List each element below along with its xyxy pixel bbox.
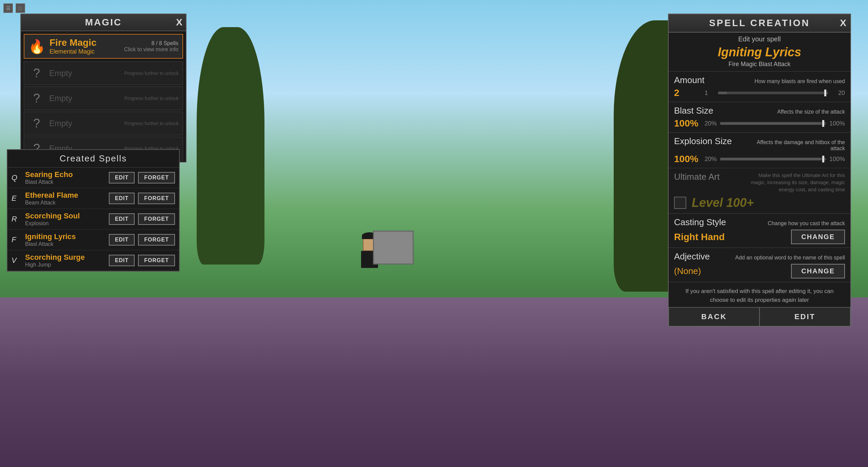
slot-3-name: Empty bbox=[49, 119, 120, 128]
ultimate-art-section: Ultimate Art Make this spell the Ultimat… bbox=[669, 168, 850, 213]
spell-info-q: Searing Echo Blast Attack bbox=[25, 170, 105, 185]
spell-key-e: E bbox=[12, 194, 22, 203]
ultimate-art-level: Level 100+ bbox=[692, 196, 754, 210]
edit-spell-r-button[interactable]: EDIT bbox=[109, 213, 135, 225]
spell-type-v: High Jump bbox=[25, 262, 105, 268]
explosion-size-slider-fill bbox=[720, 158, 821, 160]
stat-blast-size-max: 100% bbox=[829, 120, 845, 127]
stat-blast-size-value: 100% bbox=[674, 118, 701, 129]
stat-amount-header: Amount How many blasts are fired when us… bbox=[674, 75, 845, 85]
amount-slider-fill bbox=[718, 92, 727, 94]
stat-blast-size-min: 20% bbox=[705, 120, 717, 127]
casting-style-section: Casting Style Change how you cast the at… bbox=[669, 213, 850, 248]
stat-explosion-size-header: Explosion Size Affects the damage and hi… bbox=[674, 136, 845, 152]
magic-panel-header: MAGIC X bbox=[21, 14, 186, 31]
spell-name-f: Igniting Lyrics bbox=[25, 232, 105, 241]
spell-name-r: Scorching Soul bbox=[25, 212, 105, 220]
stat-explosion-size-min: 20% bbox=[705, 156, 717, 163]
slot-3-text: Empty bbox=[49, 119, 120, 128]
fire-magic-icon: 🔥 bbox=[28, 40, 45, 53]
edit-button[interactable]: EDIT bbox=[760, 307, 850, 326]
fire-magic-meta: 8 / 8 Spells Click to view more info bbox=[124, 40, 178, 53]
spell-key-f: F bbox=[12, 235, 22, 244]
stat-blast-size-header: Blast Size Affects the size of the attac… bbox=[674, 105, 845, 116]
adjective-value: (None) bbox=[674, 266, 701, 276]
stat-blast-size-row: 100% 20% 100% bbox=[674, 118, 845, 129]
blast-size-slider[interactable] bbox=[720, 122, 826, 125]
spell-creation-panel: SPELL CREATION X Edit your spell Ignitin… bbox=[668, 14, 851, 327]
edit-spell-v-button[interactable]: EDIT bbox=[109, 255, 135, 266]
spell-info-f: Igniting Lyrics Blast Attack bbox=[25, 232, 105, 247]
spell-row-q: Q Searing Echo Blast Attack EDIT FORGET bbox=[7, 168, 179, 188]
casting-style-label: Casting Style bbox=[674, 217, 726, 228]
stat-amount-label: Amount bbox=[674, 75, 705, 85]
spell-name-v: Scorching Surge bbox=[25, 253, 105, 262]
spell-creation-close-button[interactable]: X bbox=[840, 18, 846, 28]
stat-explosion-size-row: 100% 20% 100% bbox=[674, 154, 845, 164]
edit-spell-q-button[interactable]: EDIT bbox=[109, 172, 135, 183]
casting-style-change-button[interactable]: CHANGE bbox=[791, 230, 845, 244]
maximize-icon[interactable]: □ bbox=[16, 3, 25, 13]
spell-info-e: Ethereal Flame Beam Attack bbox=[25, 191, 105, 206]
slot-2-name: Empty bbox=[49, 94, 120, 103]
fire-magic-click-hint: Click to view more info bbox=[124, 46, 178, 53]
spell-row-f: F Igniting Lyrics Blast Attack EDIT FORG… bbox=[7, 230, 179, 250]
amount-slider-thumb bbox=[824, 90, 826, 96]
stat-amount-value: 2 bbox=[674, 87, 701, 98]
slot-1-unlock: Progress further to unlock bbox=[124, 71, 179, 76]
forget-spell-q-button[interactable]: FORGET bbox=[138, 172, 175, 183]
adjective-desc: Add an optional word to the name of this… bbox=[735, 255, 845, 261]
spell-type-r: Explosion bbox=[25, 220, 105, 227]
spell-type-f: Blast Attack bbox=[25, 241, 105, 247]
magic-panel: MAGIC X 🔥 Fire Magic Elemental Magic 8 /… bbox=[20, 14, 186, 162]
spell-name-q: Searing Echo bbox=[25, 170, 105, 179]
casting-style-header: Casting Style Change how you cast the at… bbox=[674, 217, 845, 228]
minimize-icon[interactable]: ☰ bbox=[3, 3, 13, 13]
back-button[interactable]: BACK bbox=[669, 307, 760, 326]
casting-style-row: Right Hand CHANGE bbox=[674, 230, 845, 244]
blast-size-slider-fill bbox=[720, 122, 821, 125]
ultimate-art-desc: Make this spell the Ultimate Art for thi… bbox=[750, 172, 845, 193]
forget-spell-e-button[interactable]: FORGET bbox=[138, 193, 175, 204]
adjective-header: Adjective Add an optional word to the na… bbox=[674, 251, 845, 262]
fire-magic-name: Fire Magic bbox=[50, 37, 120, 48]
ultimate-art-row: Level 100+ bbox=[674, 196, 845, 210]
casting-style-value: Right Hand bbox=[674, 232, 725, 242]
fire-magic-subtype: Elemental Magic bbox=[50, 48, 120, 55]
locked-icon-2: ? bbox=[28, 91, 45, 105]
forget-spell-v-button[interactable]: FORGET bbox=[138, 255, 175, 266]
stat-amount-desc: How many blasts are fired when used bbox=[754, 78, 845, 84]
spell-key-q: Q bbox=[12, 173, 22, 182]
stat-blast-size-desc: Affects the size of the attack bbox=[777, 109, 845, 115]
edit-spell-f-button[interactable]: EDIT bbox=[109, 234, 135, 246]
forget-spell-r-button[interactable]: FORGET bbox=[138, 213, 175, 225]
amount-slider[interactable] bbox=[718, 92, 828, 94]
ultimate-art-label: Ultimate Art bbox=[674, 172, 719, 182]
magic-panel-close-button[interactable]: X bbox=[176, 17, 182, 28]
stat-amount-row: 2 1 20 bbox=[674, 87, 845, 98]
created-spells-panel: Created Spells Q Searing Echo Blast Atta… bbox=[7, 149, 180, 272]
spells-panel-header: Created Spells bbox=[7, 150, 179, 168]
adjective-change-button[interactable]: CHANGE bbox=[791, 264, 845, 278]
edit-spell-e-button[interactable]: EDIT bbox=[109, 193, 135, 204]
spell-creation-subtitle: Edit your spell bbox=[669, 33, 850, 44]
spell-info-v: Scorching Surge High Jump bbox=[25, 253, 105, 268]
forget-spell-f-button[interactable]: FORGET bbox=[138, 234, 175, 246]
spell-name-e: Ethereal Flame bbox=[25, 191, 105, 200]
magic-panel-title: MAGIC bbox=[85, 17, 122, 27]
fire-magic-entry[interactable]: 🔥 Fire Magic Elemental Magic 8 / 8 Spell… bbox=[24, 34, 183, 59]
explosion-size-slider[interactable] bbox=[720, 158, 826, 160]
stat-amount: Amount How many blasts are fired when us… bbox=[669, 71, 850, 102]
stat-amount-max: 20 bbox=[831, 90, 845, 97]
stat-explosion-size-label: Explosion Size bbox=[674, 136, 732, 147]
stat-explosion-size: Explosion Size Affects the damage and hi… bbox=[669, 132, 850, 168]
locked-icon-1: ? bbox=[28, 66, 45, 80]
spell-type-q: Blast Attack bbox=[25, 179, 105, 185]
locked-icon-3: ? bbox=[28, 116, 45, 131]
spell-creation-footer-buttons: BACK EDIT bbox=[669, 307, 850, 326]
magic-slot-1: ? Empty Progress further to unlock bbox=[24, 61, 183, 85]
stat-explosion-size-desc: Affects the damage and hitbox of the att… bbox=[750, 139, 845, 152]
ultimate-art-checkbox[interactable] bbox=[674, 197, 686, 209]
spell-key-r: R bbox=[12, 215, 22, 223]
spell-row-e: E Ethereal Flame Beam Attack EDIT FORGET bbox=[7, 188, 179, 209]
